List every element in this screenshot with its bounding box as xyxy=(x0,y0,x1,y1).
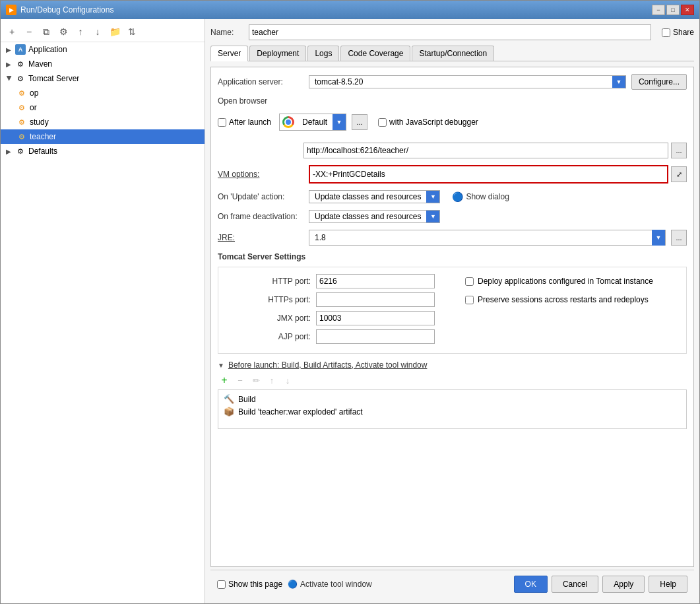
deploy-apps-label: Deploy applications configured in Tomcat… xyxy=(478,277,653,286)
url-input[interactable] xyxy=(303,143,668,158)
https-port-label: HTTPs port: xyxy=(225,295,311,304)
preserve-sessions-option[interactable]: Preserve sessions across restarts and re… xyxy=(465,295,680,304)
browser-dropdown-arrow[interactable]: ▼ xyxy=(333,114,346,130)
sort-button[interactable]: ⇅ xyxy=(125,24,139,39)
bl-add-button[interactable]: + xyxy=(218,374,231,387)
bl-down-button[interactable]: ↓ xyxy=(281,374,294,387)
sidebar-item-label: study xyxy=(30,117,49,127)
cancel-button[interactable]: Cancel xyxy=(552,576,598,593)
tab-logs[interactable]: Logs xyxy=(307,46,339,61)
deploy-apps-checkbox[interactable] xyxy=(465,277,474,286)
bl-up-button[interactable]: ↑ xyxy=(265,374,278,387)
apply-button[interactable]: Apply xyxy=(602,576,645,593)
list-item[interactable]: 📦 Build 'teacher:war exploded' artifact xyxy=(221,405,684,418)
name-row: Name: Share xyxy=(210,24,694,40)
app-server-dropdown-arrow[interactable]: ▼ xyxy=(612,76,625,88)
add-config-button[interactable]: + xyxy=(5,24,19,39)
on-update-dropdown[interactable]: Update classes and resources ▼ xyxy=(309,190,440,203)
artifact-label: Build 'teacher:war exploded' artifact xyxy=(238,407,363,417)
share-checkbox[interactable] xyxy=(662,28,670,37)
settings-config-button[interactable]: ⚙ xyxy=(56,24,71,39)
ajp-port-input[interactable] xyxy=(316,329,435,344)
sidebar-item-study[interactable]: ⚙ study xyxy=(1,115,205,129)
url-more-button[interactable]: ... xyxy=(671,143,687,158)
bl-remove-button[interactable]: − xyxy=(234,374,247,387)
app-server-value: tomcat-8.5.20 xyxy=(309,76,612,88)
tab-startup-connection[interactable]: Startup/Connection xyxy=(412,46,494,61)
tab-deployment[interactable]: Deployment xyxy=(249,46,306,61)
jre-dropdown-arrow[interactable]: ▼ xyxy=(652,230,665,246)
sidebar: + − ⧉ ⚙ ↑ ↓ 📁 ⇅ ▶ A Application ▶ ⚙ Mave… xyxy=(1,19,205,603)
before-launch-toolbar: + − ✏ ↑ ↓ xyxy=(218,374,687,387)
name-input[interactable] xyxy=(249,24,651,40)
after-launch-checkbox[interactable] xyxy=(218,118,226,127)
list-item[interactable]: 🔨 Build xyxy=(221,393,684,405)
url-row: ... xyxy=(303,143,687,158)
sidebar-item-teacher[interactable]: ⚙ teacher xyxy=(1,129,205,144)
sidebar-item-tomcat[interactable]: ▶ ⚙ Tomcat Server xyxy=(1,71,205,86)
footer: Show this page 🔵 Activate tool window OK… xyxy=(210,570,694,598)
ok-button[interactable]: OK xyxy=(514,576,548,593)
sidebar-item-label: or xyxy=(30,103,37,112)
build-icon: 🔨 xyxy=(224,394,234,404)
show-dialog-link[interactable]: 🔵 Show dialog xyxy=(452,191,509,202)
preserve-sessions-checkbox[interactable] xyxy=(465,296,474,304)
build-label: Build xyxy=(238,395,256,404)
https-port-input[interactable] xyxy=(316,292,435,307)
show-dialog-label: Show dialog xyxy=(466,192,509,201)
vm-options-expand-button[interactable]: ⤢ xyxy=(671,166,687,182)
folder-button[interactable]: 📁 xyxy=(108,24,122,39)
vm-options-input[interactable] xyxy=(310,166,667,182)
bl-edit-button[interactable]: ✏ xyxy=(249,374,263,387)
after-launch-checkbox-label[interactable]: After launch xyxy=(218,117,271,127)
http-port-label: HTTP port: xyxy=(225,277,311,286)
jre-value: 1.8 xyxy=(309,232,652,244)
copy-config-button[interactable]: ⧉ xyxy=(39,24,53,39)
config-icon: ⚙ xyxy=(16,88,27,98)
on-frame-dropdown-arrow[interactable]: ▼ xyxy=(426,211,439,222)
tab-server[interactable]: Server xyxy=(210,46,248,61)
show-page-checkbox[interactable] xyxy=(217,580,226,589)
maximize-button[interactable]: □ xyxy=(666,5,680,15)
share-label: Share xyxy=(673,28,694,37)
browser-dropdown[interactable]: Default ▼ xyxy=(279,114,346,131)
maven-icon: ⚙ xyxy=(15,59,26,69)
help-button[interactable]: Help xyxy=(649,576,687,593)
preserve-sessions-label: Preserve sessions across restarts and re… xyxy=(478,295,649,304)
jre-row: JRE: 1.8 ▼ ... xyxy=(218,230,687,246)
configure-button[interactable]: Configure... xyxy=(631,74,687,90)
activate-window-link[interactable]: 🔵 Activate tool window xyxy=(288,580,372,589)
close-button[interactable]: ✕ xyxy=(681,5,694,15)
minimize-button[interactable]: − xyxy=(652,5,665,15)
on-frame-dropdown[interactable]: Update classes and resources ▼ xyxy=(309,210,440,223)
on-update-dropdown-arrow[interactable]: ▼ xyxy=(426,191,439,203)
collapse-button[interactable]: ▼ xyxy=(218,362,224,369)
app-server-dropdown[interactable]: tomcat-8.5.20 ▼ xyxy=(309,75,626,88)
sidebar-item-op[interactable]: ⚙ op xyxy=(1,86,205,100)
ajp-port-label: AJP port: xyxy=(225,332,311,341)
name-label: Name: xyxy=(210,28,243,37)
js-debugger-label[interactable]: with JavaScript debugger xyxy=(378,117,478,127)
browser-more-button[interactable]: ... xyxy=(352,114,367,130)
sidebar-item-application[interactable]: ▶ A Application xyxy=(1,42,205,57)
expand-arrow: ▶ xyxy=(6,75,13,82)
server-tab-content: Application server: tomcat-8.5.20 ▼ Conf… xyxy=(210,67,694,567)
move-up-button[interactable]: ↑ xyxy=(73,24,88,39)
deploy-apps-option[interactable]: Deploy applications configured in Tomcat… xyxy=(465,277,680,286)
move-down-button[interactable]: ↓ xyxy=(90,24,105,39)
tab-code-coverage[interactable]: Code Coverage xyxy=(340,46,410,61)
sidebar-item-defaults[interactable]: ▶ ⚙ Defaults xyxy=(1,144,205,158)
remove-config-button[interactable]: − xyxy=(22,24,36,39)
share-row: Share xyxy=(662,28,694,37)
vm-options-label: VM options: xyxy=(218,170,303,179)
jre-more-button[interactable]: ... xyxy=(671,230,687,246)
sidebar-item-or[interactable]: ⚙ or xyxy=(1,100,205,115)
tabs: Server Deployment Logs Code Coverage Sta… xyxy=(210,46,694,61)
show-page-label[interactable]: Show this page xyxy=(217,580,282,589)
before-launch-label: Before launch: Build, Build Artifacts, A… xyxy=(228,360,428,370)
sidebar-item-maven[interactable]: ▶ ⚙ Maven xyxy=(1,57,205,71)
main-content: + − ⧉ ⚙ ↑ ↓ 📁 ⇅ ▶ A Application ▶ ⚙ Mave… xyxy=(1,19,699,603)
js-debugger-checkbox[interactable] xyxy=(378,118,387,127)
http-port-input[interactable] xyxy=(316,274,435,288)
jmx-port-input[interactable] xyxy=(316,311,435,325)
